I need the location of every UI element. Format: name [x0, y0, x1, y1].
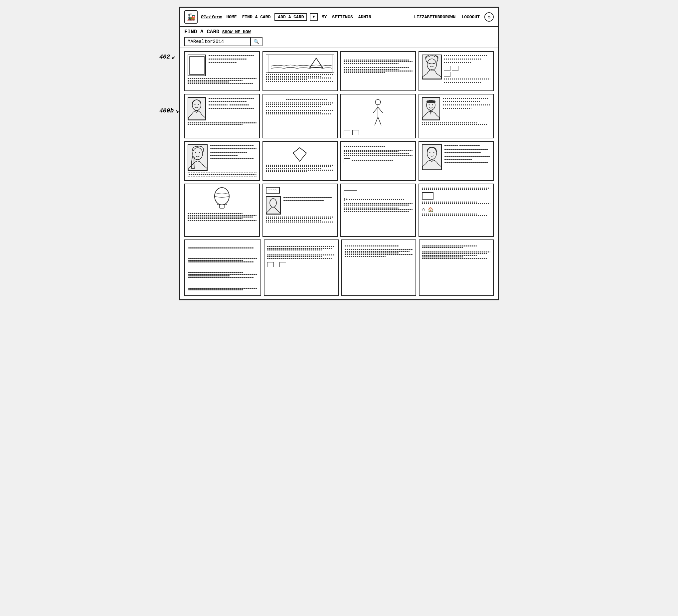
- text-line: [344, 153, 409, 154]
- text-line: [188, 277, 254, 278]
- text-line: [188, 83, 253, 84]
- text-line: [266, 222, 335, 223]
- nav-right: LIZZABETHBROROWN LOGOOUT ⚙: [413, 12, 494, 22]
- text-line: [266, 220, 321, 221]
- card-content: [209, 97, 257, 120]
- card-badge: ~~~~: [266, 187, 280, 194]
- checkbox[interactable]: [352, 130, 359, 135]
- card-3-3[interactable]: [340, 141, 416, 181]
- text-line: [188, 247, 254, 248]
- text-line: [422, 255, 477, 256]
- checkbox[interactable]: [444, 72, 450, 77]
- card-2-3[interactable]: [340, 94, 416, 139]
- card-3-1[interactable]: [184, 141, 260, 181]
- side-labels: 402 ↙ 400b ↘: [159, 53, 179, 114]
- card-4-3[interactable]: t+: [340, 184, 416, 237]
- nav-my[interactable]: MY: [321, 14, 328, 20]
- text-line: [344, 67, 409, 68]
- text-line: [188, 78, 257, 79]
- text-line: [422, 203, 491, 204]
- card-4-1[interactable]: [184, 184, 260, 237]
- text-line: [445, 149, 488, 150]
- page-wrapper: 402 ↙ 400b ↘ 🚂 Platform HOME FIND A CARD…: [179, 7, 499, 300]
- checkbox[interactable]: [452, 66, 458, 71]
- nav-settings[interactable]: SETTINGS: [331, 14, 354, 20]
- card-3-4[interactable]: [418, 141, 494, 181]
- text-line: [188, 124, 242, 125]
- text-line: [444, 78, 491, 79]
- row-5: [184, 239, 494, 296]
- text-line: [422, 188, 491, 189]
- card-2-1[interactable]: [184, 94, 260, 139]
- text-line: [210, 148, 257, 149]
- svg-point-26: [199, 152, 200, 153]
- nav-username: LIZZABETHBROROWN: [413, 14, 457, 20]
- text-line: [345, 253, 399, 254]
- text-line: [422, 257, 463, 258]
- text-line: [267, 248, 332, 249]
- cards-area: ~~~~: [180, 48, 498, 299]
- card-content: [445, 144, 491, 170]
- portrait-man-tie: [422, 97, 440, 120]
- checkbox[interactable]: [279, 262, 286, 267]
- text-line: [345, 256, 385, 257]
- card-5-4[interactable]: [419, 239, 494, 296]
- svg-point-10: [195, 104, 196, 105]
- text-line: [345, 245, 399, 246]
- nav-admin[interactable]: ADMIN: [357, 14, 373, 20]
- text-line: [188, 288, 257, 289]
- svg-rect-29: [422, 145, 441, 169]
- card-4-4[interactable]: ⌂ 🏠: [418, 184, 494, 237]
- text-line: [444, 55, 488, 56]
- text-line: [445, 159, 472, 160]
- portrait-small: [266, 196, 281, 215]
- card-4-2[interactable]: ~~~~: [262, 184, 338, 237]
- text-line: [266, 77, 331, 78]
- nav-find-card[interactable]: FIND A CARD: [241, 14, 272, 20]
- card-2-2[interactable]: [262, 94, 338, 139]
- text-line: [344, 146, 385, 147]
- card-1-4[interactable]: [418, 51, 494, 91]
- show-me-how[interactable]: SHOW ME HOW: [222, 30, 251, 35]
- nav-home[interactable]: HOME: [225, 14, 238, 20]
- svg-point-11: [198, 104, 199, 105]
- svg-line-14: [373, 107, 378, 113]
- checkbox[interactable]: [267, 262, 274, 267]
- text-line: [344, 60, 409, 61]
- card-content: [443, 97, 491, 120]
- card-5-1[interactable]: [184, 239, 261, 296]
- card-5-2[interactable]: [264, 239, 339, 296]
- search-input[interactable]: [184, 37, 251, 46]
- row-1: [184, 51, 494, 91]
- card-1-2[interactable]: [262, 51, 338, 91]
- card-photo-empty: [188, 54, 206, 76]
- svg-rect-8: [188, 98, 205, 120]
- text-line: [344, 72, 385, 73]
- text-line: [266, 79, 307, 80]
- checkbox[interactable]: [344, 130, 350, 135]
- text-line: [267, 256, 322, 257]
- card-5-3[interactable]: [341, 239, 416, 296]
- svg-rect-1: [268, 55, 332, 73]
- text-line: [188, 80, 242, 81]
- nav-logout[interactable]: LOGOOUT: [460, 14, 481, 20]
- home-icon2: 🏠: [428, 207, 434, 213]
- sub-nav-title: FIND A CARD SHOW ME HOW: [184, 29, 494, 35]
- text-line: [266, 106, 321, 107]
- nav-dropdown[interactable]: ▼: [310, 13, 317, 21]
- text-line: [209, 62, 237, 63]
- card-3-2[interactable]: [262, 141, 338, 181]
- checkbox[interactable]: [444, 66, 450, 71]
- svg-point-12: [375, 100, 381, 105]
- card-2-4[interactable]: [418, 94, 494, 139]
- card-1-1[interactable]: [184, 51, 260, 91]
- text-line: [209, 98, 254, 99]
- settings-icon[interactable]: ⚙: [484, 12, 494, 22]
- search-button[interactable]: 🔍: [251, 37, 262, 46]
- text-line: [344, 207, 399, 208]
- nav-items: HOME FIND A CARD ADD A CARD ▼ MY SETTING…: [225, 13, 409, 21]
- card-1-3[interactable]: [340, 51, 416, 91]
- nav-add-card[interactable]: ADD A CARD: [274, 13, 307, 21]
- text-line: [188, 260, 243, 261]
- text-line: [266, 76, 321, 77]
